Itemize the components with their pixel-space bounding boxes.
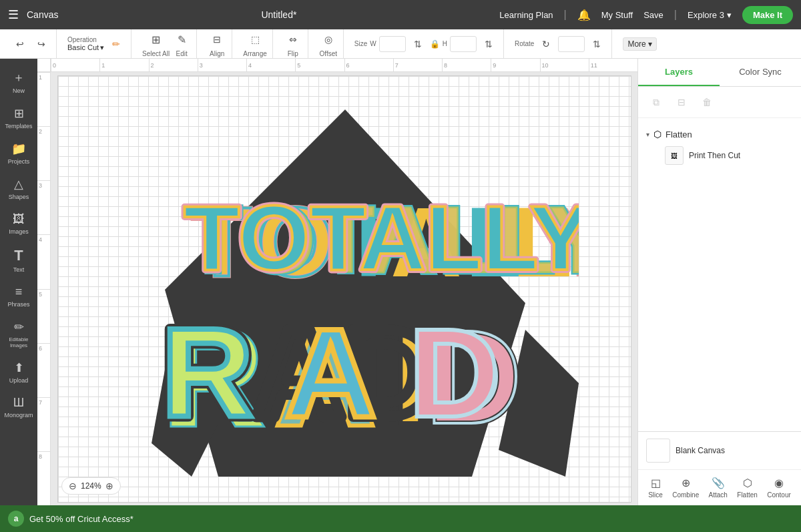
sidebar-item-shapes[interactable]: △ Shapes <box>1 172 36 206</box>
menu-icon[interactable]: ☰ <box>8 7 19 22</box>
zoom-in-button[interactable]: ⊕ <box>105 481 113 491</box>
flatten-action[interactable]: ⬡ Flatten <box>737 477 758 499</box>
templates-icon: ⊞ <box>14 106 24 121</box>
explore-dropdown[interactable]: Explore 3 ▾ <box>688 10 732 20</box>
edit-button[interactable]: ✎ <box>172 30 191 49</box>
attach-action[interactable]: 📎 Attach <box>709 477 728 499</box>
align-button[interactable]: ⊟ <box>208 30 226 49</box>
tab-layers[interactable]: Layers <box>638 59 720 86</box>
blank-canvas-thumbnail <box>646 439 670 463</box>
blank-canvas-section: Blank Canvas <box>638 432 801 469</box>
operation-group: Operation Basic Cut ▾ ✏ <box>62 29 131 58</box>
sidebar-item-templates[interactable]: ⊞ Templates <box>1 101 36 135</box>
upload-icon: ⬆ <box>14 360 24 375</box>
operation-select[interactable]: Basic Cut ▾ <box>67 43 104 52</box>
slice-icon: ◱ <box>651 477 661 489</box>
delete-button[interactable]: 🗑 <box>697 92 717 112</box>
promo-text: Get 50% off Cricut Access* <box>29 514 134 524</box>
sidebar-item-projects[interactable]: 📁 Projects <box>1 136 36 170</box>
rotate-group: Rotate ↻ ⇅ <box>509 29 612 58</box>
sidebar-item-label: Images <box>9 228 29 235</box>
my-stuff-link[interactable]: My Stuff <box>601 10 633 20</box>
contour-action[interactable]: ◉ Contour <box>767 477 791 499</box>
layer-group-flatten: ▾ ⬡ Flatten 🖼 Print Then Cut <box>638 123 801 172</box>
chevron-down-icon: ▾ <box>727 10 732 20</box>
canvas-area[interactable]: 0 1 2 3 4 5 6 7 8 9 10 11 1 2 <box>37 59 637 505</box>
sidebar-item-monogram[interactable]: Ш Monogram <box>1 390 36 424</box>
canvas-workspace[interactable]: T T O O T A L L <box>51 72 637 505</box>
learning-plan-link[interactable]: Learning Plan <box>499 10 553 20</box>
offset-group: ◎ Offset <box>314 29 344 58</box>
ruler-corner <box>37 59 51 72</box>
undo-redo-group: ↩ ↪ <box>5 29 57 58</box>
size-h-stepper[interactable]: ⇅ <box>479 35 498 53</box>
sidebar-item-phrases[interactable]: ≡ Phrases <box>1 280 36 313</box>
redo-button[interactable]: ↪ <box>32 35 51 53</box>
sidebar-item-label: Phrases <box>7 301 29 308</box>
svg-text:A: A <box>285 302 376 443</box>
promo-bar[interactable]: a Get 50% off Cricut Access* <box>0 505 801 532</box>
select-all-group: ⊞ Select All ✎ Edit <box>137 29 197 58</box>
combine-icon: ⊕ <box>682 477 690 489</box>
flip-group: ⇔ Flip <box>278 29 308 58</box>
sidebar-item-text[interactable]: T Text <box>1 242 36 278</box>
sidebar-item-editable-images[interactable]: ✏ Editable Images <box>1 314 36 354</box>
rotate-label: Rotate <box>515 40 534 47</box>
select-all-button[interactable]: ⊞ <box>147 30 166 49</box>
sidebar-item-upload[interactable]: ⬆ Upload <box>1 355 36 389</box>
document-title[interactable]: Untitled* <box>261 9 296 20</box>
slice-action[interactable]: ◱ Slice <box>648 477 663 499</box>
zoom-out-button[interactable]: ⊖ <box>69 481 77 491</box>
flip-button[interactable]: ⇔ <box>284 30 302 49</box>
top-bar-left: ☰ Canvas <box>8 7 58 22</box>
undo-button[interactable]: ↩ <box>11 35 29 53</box>
arrange-button[interactable]: ⬚ <box>246 30 264 49</box>
combine-action[interactable]: ⊕ Combine <box>672 477 699 499</box>
size-w-label: W <box>370 40 376 47</box>
layer-item[interactable]: 🖼 Print Then Cut <box>646 142 793 169</box>
attach-label: Attach <box>709 491 728 499</box>
attach-icon: 📎 <box>712 477 725 489</box>
contour-icon: ◉ <box>774 477 784 489</box>
duplicate-button[interactable]: ⧉ <box>646 92 666 112</box>
make-it-button[interactable]: Make It <box>742 6 793 24</box>
sidebar-item-label: Upload <box>9 377 29 384</box>
sidebar-item-label: Editable Images <box>4 336 33 348</box>
blank-canvas-label: Blank Canvas <box>676 446 725 455</box>
artwork: T T O O T A L L <box>111 89 579 477</box>
sidebar-item-label: Templates <box>5 123 32 129</box>
rotate-input[interactable] <box>558 36 585 52</box>
more-button[interactable]: More ▾ <box>623 37 657 51</box>
tab-color-sync[interactable]: Color Sync <box>720 59 801 86</box>
sidebar-item-new[interactable]: ＋ New <box>1 64 36 99</box>
offset-button[interactable]: ◎ <box>319 30 338 49</box>
size-w-stepper[interactable]: ⇅ <box>409 35 427 53</box>
svg-text:D: D <box>409 302 500 443</box>
zoom-bar: ⊖ 124% ⊕ <box>61 477 121 495</box>
layer-group-header[interactable]: ▾ ⬡ Flatten <box>646 126 793 142</box>
ruler-container: 0 1 2 3 4 5 6 7 8 9 10 11 <box>37 59 637 72</box>
divider: | <box>564 9 567 21</box>
chevron-down-icon: ▾ <box>100 43 104 52</box>
notification-bell-icon[interactable]: 🔔 <box>577 9 591 21</box>
rotate-stepper[interactable]: ⇅ <box>587 35 606 53</box>
edit-icon[interactable]: ✏ <box>107 35 125 53</box>
phrases-icon: ≡ <box>15 285 23 299</box>
rotate-icon[interactable]: ↻ <box>537 35 555 53</box>
size-w-input[interactable] <box>379 36 406 52</box>
images-icon: 🖼 <box>13 212 25 226</box>
canvas-grid[interactable]: T T O O T A L L <box>57 75 631 503</box>
canvas-with-ruler: 1 2 3 4 5 6 7 8 <box>37 72 637 505</box>
cricut-promo-icon: a <box>8 511 24 527</box>
right-panel: Layers Color Sync ⧉ ⊟ 🗑 ▾ ⬡ Flatten 🖼 <box>637 59 801 505</box>
combine-label: Combine <box>672 491 699 499</box>
select-all-label: Select All <box>142 50 170 57</box>
size-h-input[interactable] <box>450 36 477 52</box>
lock-icon: 🔒 <box>430 39 440 49</box>
sidebar-item-images[interactable]: 🖼 Images <box>1 207 36 240</box>
group-button[interactable]: ⊟ <box>672 92 692 112</box>
shapes-icon: △ <box>14 177 23 192</box>
panel-bottom-actions: ◱ Slice ⊕ Combine 📎 Attach ⬡ Flatten ◉ <box>638 469 801 505</box>
save-button[interactable]: Save <box>643 10 663 20</box>
zoom-level: 124% <box>81 481 101 491</box>
